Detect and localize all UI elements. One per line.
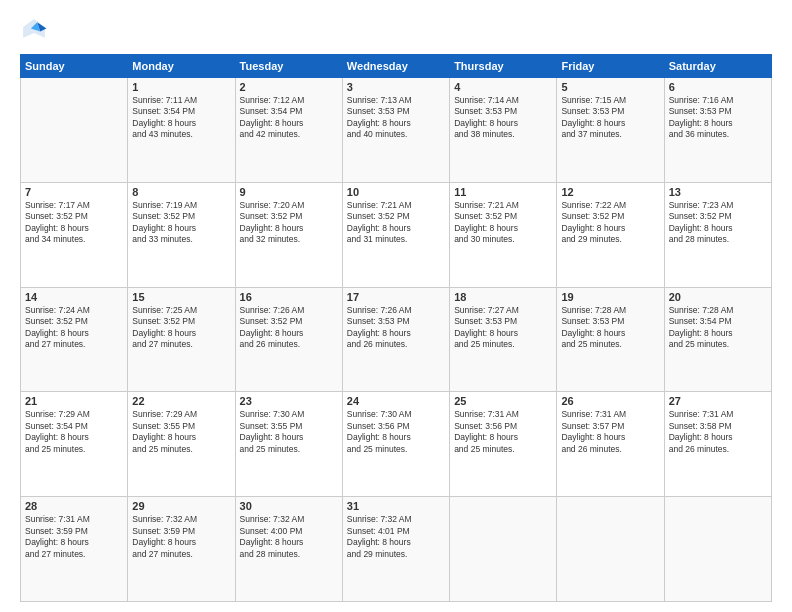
day-info: Sunrise: 7:14 AM Sunset: 3:53 PM Dayligh…	[454, 95, 552, 141]
day-number: 14	[25, 291, 123, 303]
day-cell: 4Sunrise: 7:14 AM Sunset: 3:53 PM Daylig…	[450, 78, 557, 183]
day-info: Sunrise: 7:26 AM Sunset: 3:52 PM Dayligh…	[240, 305, 338, 351]
calendar-body: 1Sunrise: 7:11 AM Sunset: 3:54 PM Daylig…	[21, 78, 772, 602]
day-number: 31	[347, 500, 445, 512]
day-number: 5	[561, 81, 659, 93]
day-info: Sunrise: 7:12 AM Sunset: 3:54 PM Dayligh…	[240, 95, 338, 141]
day-info: Sunrise: 7:28 AM Sunset: 3:53 PM Dayligh…	[561, 305, 659, 351]
day-cell	[664, 497, 771, 602]
day-number: 12	[561, 186, 659, 198]
day-info: Sunrise: 7:15 AM Sunset: 3:53 PM Dayligh…	[561, 95, 659, 141]
day-number: 15	[132, 291, 230, 303]
day-info: Sunrise: 7:16 AM Sunset: 3:53 PM Dayligh…	[669, 95, 767, 141]
day-cell: 12Sunrise: 7:22 AM Sunset: 3:52 PM Dayli…	[557, 182, 664, 287]
day-info: Sunrise: 7:17 AM Sunset: 3:52 PM Dayligh…	[25, 200, 123, 246]
day-cell: 8Sunrise: 7:19 AM Sunset: 3:52 PM Daylig…	[128, 182, 235, 287]
day-cell	[21, 78, 128, 183]
day-number: 24	[347, 395, 445, 407]
header-monday: Monday	[128, 55, 235, 78]
day-info: Sunrise: 7:28 AM Sunset: 3:54 PM Dayligh…	[669, 305, 767, 351]
header-sunday: Sunday	[21, 55, 128, 78]
day-info: Sunrise: 7:27 AM Sunset: 3:53 PM Dayligh…	[454, 305, 552, 351]
day-cell: 7Sunrise: 7:17 AM Sunset: 3:52 PM Daylig…	[21, 182, 128, 287]
day-cell: 15Sunrise: 7:25 AM Sunset: 3:52 PM Dayli…	[128, 287, 235, 392]
day-number: 10	[347, 186, 445, 198]
day-cell: 11Sunrise: 7:21 AM Sunset: 3:52 PM Dayli…	[450, 182, 557, 287]
day-info: Sunrise: 7:13 AM Sunset: 3:53 PM Dayligh…	[347, 95, 445, 141]
day-number: 17	[347, 291, 445, 303]
day-number: 30	[240, 500, 338, 512]
day-cell: 2Sunrise: 7:12 AM Sunset: 3:54 PM Daylig…	[235, 78, 342, 183]
header-tuesday: Tuesday	[235, 55, 342, 78]
day-info: Sunrise: 7:11 AM Sunset: 3:54 PM Dayligh…	[132, 95, 230, 141]
day-cell: 13Sunrise: 7:23 AM Sunset: 3:52 PM Dayli…	[664, 182, 771, 287]
day-cell: 30Sunrise: 7:32 AM Sunset: 4:00 PM Dayli…	[235, 497, 342, 602]
day-number: 26	[561, 395, 659, 407]
day-number: 22	[132, 395, 230, 407]
day-info: Sunrise: 7:32 AM Sunset: 4:00 PM Dayligh…	[240, 514, 338, 560]
day-number: 20	[669, 291, 767, 303]
day-cell: 22Sunrise: 7:29 AM Sunset: 3:55 PM Dayli…	[128, 392, 235, 497]
day-cell: 10Sunrise: 7:21 AM Sunset: 3:52 PM Dayli…	[342, 182, 449, 287]
day-info: Sunrise: 7:23 AM Sunset: 3:52 PM Dayligh…	[669, 200, 767, 246]
day-info: Sunrise: 7:25 AM Sunset: 3:52 PM Dayligh…	[132, 305, 230, 351]
day-cell: 9Sunrise: 7:20 AM Sunset: 3:52 PM Daylig…	[235, 182, 342, 287]
day-cell: 27Sunrise: 7:31 AM Sunset: 3:58 PM Dayli…	[664, 392, 771, 497]
day-info: Sunrise: 7:30 AM Sunset: 3:56 PM Dayligh…	[347, 409, 445, 455]
day-info: Sunrise: 7:21 AM Sunset: 3:52 PM Dayligh…	[454, 200, 552, 246]
day-info: Sunrise: 7:32 AM Sunset: 4:01 PM Dayligh…	[347, 514, 445, 560]
day-cell: 19Sunrise: 7:28 AM Sunset: 3:53 PM Dayli…	[557, 287, 664, 392]
day-number: 25	[454, 395, 552, 407]
day-info: Sunrise: 7:24 AM Sunset: 3:52 PM Dayligh…	[25, 305, 123, 351]
calendar-table: Sunday Monday Tuesday Wednesday Thursday…	[20, 54, 772, 602]
day-info: Sunrise: 7:20 AM Sunset: 3:52 PM Dayligh…	[240, 200, 338, 246]
day-cell: 18Sunrise: 7:27 AM Sunset: 3:53 PM Dayli…	[450, 287, 557, 392]
day-number: 18	[454, 291, 552, 303]
day-number: 13	[669, 186, 767, 198]
day-cell: 6Sunrise: 7:16 AM Sunset: 3:53 PM Daylig…	[664, 78, 771, 183]
day-cell: 17Sunrise: 7:26 AM Sunset: 3:53 PM Dayli…	[342, 287, 449, 392]
day-cell: 14Sunrise: 7:24 AM Sunset: 3:52 PM Dayli…	[21, 287, 128, 392]
day-number: 6	[669, 81, 767, 93]
day-cell: 31Sunrise: 7:32 AM Sunset: 4:01 PM Dayli…	[342, 497, 449, 602]
day-info: Sunrise: 7:21 AM Sunset: 3:52 PM Dayligh…	[347, 200, 445, 246]
week-row-5: 28Sunrise: 7:31 AM Sunset: 3:59 PM Dayli…	[21, 497, 772, 602]
day-info: Sunrise: 7:32 AM Sunset: 3:59 PM Dayligh…	[132, 514, 230, 560]
header-wednesday: Wednesday	[342, 55, 449, 78]
day-info: Sunrise: 7:31 AM Sunset: 3:59 PM Dayligh…	[25, 514, 123, 560]
week-row-4: 21Sunrise: 7:29 AM Sunset: 3:54 PM Dayli…	[21, 392, 772, 497]
day-number: 3	[347, 81, 445, 93]
day-number: 29	[132, 500, 230, 512]
day-info: Sunrise: 7:30 AM Sunset: 3:55 PM Dayligh…	[240, 409, 338, 455]
day-number: 23	[240, 395, 338, 407]
day-info: Sunrise: 7:31 AM Sunset: 3:58 PM Dayligh…	[669, 409, 767, 455]
day-info: Sunrise: 7:19 AM Sunset: 3:52 PM Dayligh…	[132, 200, 230, 246]
day-number: 16	[240, 291, 338, 303]
day-cell: 5Sunrise: 7:15 AM Sunset: 3:53 PM Daylig…	[557, 78, 664, 183]
page: Sunday Monday Tuesday Wednesday Thursday…	[0, 0, 792, 612]
day-cell: 1Sunrise: 7:11 AM Sunset: 3:54 PM Daylig…	[128, 78, 235, 183]
day-cell: 28Sunrise: 7:31 AM Sunset: 3:59 PM Dayli…	[21, 497, 128, 602]
day-cell: 24Sunrise: 7:30 AM Sunset: 3:56 PM Dayli…	[342, 392, 449, 497]
day-info: Sunrise: 7:31 AM Sunset: 3:56 PM Dayligh…	[454, 409, 552, 455]
header-friday: Friday	[557, 55, 664, 78]
day-cell	[557, 497, 664, 602]
day-number: 9	[240, 186, 338, 198]
day-cell: 25Sunrise: 7:31 AM Sunset: 3:56 PM Dayli…	[450, 392, 557, 497]
day-info: Sunrise: 7:29 AM Sunset: 3:55 PM Dayligh…	[132, 409, 230, 455]
day-info: Sunrise: 7:22 AM Sunset: 3:52 PM Dayligh…	[561, 200, 659, 246]
day-info: Sunrise: 7:31 AM Sunset: 3:57 PM Dayligh…	[561, 409, 659, 455]
day-number: 19	[561, 291, 659, 303]
header-saturday: Saturday	[664, 55, 771, 78]
calendar-header-row: Sunday Monday Tuesday Wednesday Thursday…	[21, 55, 772, 78]
day-number: 4	[454, 81, 552, 93]
day-cell: 16Sunrise: 7:26 AM Sunset: 3:52 PM Dayli…	[235, 287, 342, 392]
day-number: 2	[240, 81, 338, 93]
day-number: 28	[25, 500, 123, 512]
day-cell: 3Sunrise: 7:13 AM Sunset: 3:53 PM Daylig…	[342, 78, 449, 183]
day-number: 11	[454, 186, 552, 198]
logo	[20, 16, 52, 44]
day-number: 21	[25, 395, 123, 407]
day-number: 7	[25, 186, 123, 198]
week-row-3: 14Sunrise: 7:24 AM Sunset: 3:52 PM Dayli…	[21, 287, 772, 392]
